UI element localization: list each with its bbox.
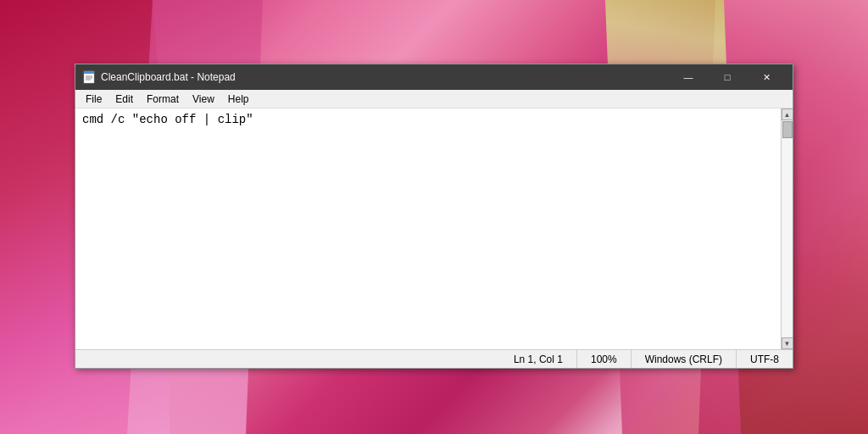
menu-help[interactable]: Help (221, 92, 256, 107)
status-encoding: UTF-8 (736, 350, 793, 368)
title-bar: CleanClipboard.bat - Notepad — □ ✕ (75, 64, 793, 90)
window-title: CleanClipboard.bat - Notepad (101, 71, 669, 83)
vertical-scrollbar[interactable]: ▲ ▼ (781, 108, 793, 349)
notepad-icon (82, 70, 96, 84)
menu-file[interactable]: File (79, 92, 108, 107)
notepad-window: CleanClipboard.bat - Notepad — □ ✕ File … (75, 64, 793, 369)
menu-format[interactable]: Format (140, 92, 186, 107)
status-position: Ln 1, Col 1 (75, 350, 576, 368)
close-button[interactable]: ✕ (747, 64, 786, 90)
svg-rect-1 (84, 71, 94, 74)
text-editor[interactable] (75, 108, 781, 349)
scroll-down-arrow[interactable]: ▼ (782, 337, 793, 349)
scroll-thumb[interactable] (782, 121, 793, 138)
status-zoom: 100% (576, 350, 631, 368)
maximize-button[interactable]: □ (708, 64, 747, 90)
status-line-ending: Windows (CRLF) (631, 350, 736, 368)
menu-bar: File Edit Format View Help (75, 90, 793, 108)
scroll-up-arrow[interactable]: ▲ (782, 108, 793, 120)
status-bar: Ln 1, Col 1 100% Windows (CRLF) UTF-8 (75, 349, 793, 368)
scroll-track[interactable] (782, 120, 793, 337)
editor-container: ▲ ▼ (75, 108, 793, 349)
menu-view[interactable]: View (186, 92, 221, 107)
window-controls: — □ ✕ (669, 64, 786, 90)
menu-edit[interactable]: Edit (108, 92, 140, 107)
minimize-button[interactable]: — (669, 64, 708, 90)
